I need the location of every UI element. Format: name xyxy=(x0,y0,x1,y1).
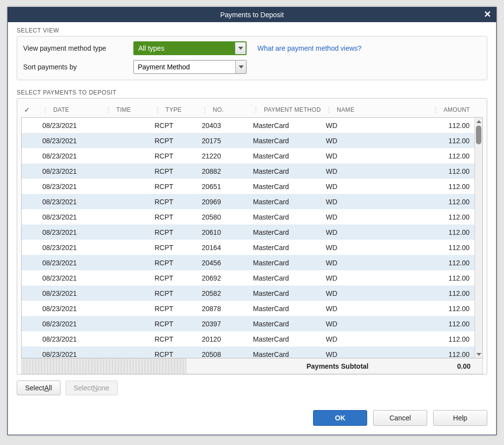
row-type: RCPT xyxy=(155,259,202,267)
row-no: 20120 xyxy=(202,335,253,343)
table-row[interactable]: 08/23/2021RCPT21220MasterCardWD112.00 xyxy=(22,148,482,163)
row-name: WD xyxy=(326,167,411,175)
col-amount[interactable]: ⋮AMOUNT xyxy=(411,106,483,114)
row-date: 08/23/2021 xyxy=(42,198,105,206)
table-row[interactable]: 08/23/2021RCPT20878MasterCardWD112.00 xyxy=(22,301,482,316)
row-date: 08/23/2021 xyxy=(42,152,105,160)
row-date: 08/23/2021 xyxy=(42,274,105,282)
row-type: RCPT xyxy=(155,350,202,358)
row-type: RCPT xyxy=(155,122,202,129)
row-payment-method: MasterCard xyxy=(253,259,326,267)
row-name: WD xyxy=(326,198,411,206)
row-name: WD xyxy=(326,289,411,297)
dialog-content: SELECT VIEW View payment method type All… xyxy=(8,22,496,403)
table-row[interactable]: 08/23/2021RCPT20882MasterCardWD112.00 xyxy=(22,163,482,179)
vertical-scrollbar[interactable] xyxy=(474,118,482,358)
row-type: RCPT xyxy=(155,152,202,160)
row-payment-method: MasterCard xyxy=(253,274,326,282)
row-type: RCPT xyxy=(155,274,202,282)
table-row[interactable]: 08/23/2021RCPT20969MasterCardWD112.00 xyxy=(22,194,482,209)
col-time[interactable]: ⋮TIME xyxy=(105,106,154,114)
table-row[interactable]: 08/23/2021RCPT20175MasterCardWD112.00 xyxy=(22,133,482,148)
row-payment-method: MasterCard xyxy=(253,198,326,206)
table-row[interactable]: 08/23/2021RCPT20651MasterCardWD112.00 xyxy=(22,179,482,194)
row-no: 20692 xyxy=(202,274,253,282)
help-button[interactable]: Help xyxy=(433,410,487,426)
row-no: 20582 xyxy=(202,289,253,297)
table-row[interactable]: 08/23/2021RCPT20397MasterCardWD112.00 xyxy=(22,316,482,331)
chevron-up-icon xyxy=(476,120,481,123)
view-method-dropdown[interactable]: All types xyxy=(133,41,247,55)
row-amount: 112.00 xyxy=(411,320,474,328)
row-amount: 112.00 xyxy=(411,122,474,129)
view-method-label: View payment method type xyxy=(23,44,126,52)
row-name: WD xyxy=(326,152,411,160)
row-type: RCPT xyxy=(155,244,202,252)
table-row[interactable]: 08/23/2021RCPT20508MasterCardWD112.00 xyxy=(22,347,482,358)
table-row[interactable]: 08/23/2021RCPT20582MasterCardWD112.00 xyxy=(22,286,482,301)
payment-method-views-link[interactable]: What are payment method views? xyxy=(257,44,362,52)
col-name[interactable]: ⋮NAME xyxy=(325,106,411,114)
chevron-down-icon xyxy=(476,353,481,356)
col-date[interactable]: ⋮DATE xyxy=(42,106,105,114)
chevron-down-icon xyxy=(235,61,246,73)
row-amount: 112.00 xyxy=(411,183,474,191)
col-payment-method[interactable]: ⋮PAYMENT METHOD xyxy=(252,106,325,114)
col-type[interactable]: ⋮TYPE xyxy=(154,106,201,114)
row-date: 08/23/2021 xyxy=(42,320,105,328)
row-date: 08/23/2021 xyxy=(42,183,105,191)
row-name: WD xyxy=(326,320,411,328)
payments-table-body[interactable]: 08/23/2021RCPT20403MasterCardWD112.0008/… xyxy=(22,118,482,358)
row-amount: 112.00 xyxy=(411,350,474,358)
scroll-down-button[interactable] xyxy=(475,350,482,358)
scroll-up-button[interactable] xyxy=(475,118,482,125)
row-no: 20969 xyxy=(202,198,253,206)
row-amount: 112.00 xyxy=(411,137,474,145)
table-row[interactable]: 08/23/2021RCPT20456MasterCardWD112.00 xyxy=(22,255,482,270)
row-name: WD xyxy=(326,137,411,145)
row-date: 08/23/2021 xyxy=(42,350,105,358)
row-name: WD xyxy=(326,274,411,282)
select-none-button[interactable]: Select None xyxy=(65,381,118,395)
titlebar: Payments to Deposit ✕ xyxy=(8,7,496,22)
table-row[interactable]: 08/23/2021RCPT20580MasterCardWD112.00 xyxy=(22,209,482,224)
payments-table-body-wrapper: 08/23/2021RCPT20403MasterCardWD112.0008/… xyxy=(21,117,483,358)
table-row[interactable]: 08/23/2021RCPT20164MasterCardWD112.00 xyxy=(22,240,482,255)
row-name: WD xyxy=(326,213,411,221)
close-icon: ✕ xyxy=(484,9,491,20)
ok-button[interactable]: OK xyxy=(313,410,367,426)
select-view-panel: View payment method type All types What … xyxy=(17,36,487,80)
table-row[interactable]: 08/23/2021RCPT20403MasterCardWD112.00 xyxy=(22,118,482,133)
sort-dropdown[interactable]: Payment Method xyxy=(133,60,247,74)
row-type: RCPT xyxy=(155,228,202,236)
table-row[interactable]: 08/23/2021RCPT20120MasterCardWD112.00 xyxy=(22,331,482,347)
scroll-thumb[interactable] xyxy=(476,126,481,144)
row-no: 20403 xyxy=(202,122,253,129)
row-payment-method: MasterCard xyxy=(253,183,326,191)
sort-value: Payment Method xyxy=(138,63,190,71)
col-no[interactable]: ⋮NO. xyxy=(201,106,252,114)
row-no: 20580 xyxy=(202,213,253,221)
row-date: 08/23/2021 xyxy=(42,335,105,343)
row-date: 08/23/2021 xyxy=(42,305,105,313)
checkmark-icon: ✓ xyxy=(24,106,30,114)
table-row[interactable]: 08/23/2021RCPT20610MasterCardWD112.00 xyxy=(22,224,482,240)
row-name: WD xyxy=(326,335,411,343)
cancel-button[interactable]: Cancel xyxy=(373,410,427,426)
row-payment-method: MasterCard xyxy=(253,122,326,129)
row-payment-method: MasterCard xyxy=(253,167,326,175)
close-button[interactable]: ✕ xyxy=(482,9,492,19)
row-type: RCPT xyxy=(155,320,202,328)
row-amount: 112.00 xyxy=(411,305,474,313)
row-payment-method: MasterCard xyxy=(253,228,326,236)
row-no: 21220 xyxy=(202,152,253,160)
subtotal-label: Payments Subtotal xyxy=(307,362,369,370)
row-amount: 112.00 xyxy=(411,289,474,297)
sort-label: Sort payments by xyxy=(23,63,126,71)
row-type: RCPT xyxy=(155,213,202,221)
table-row[interactable]: 08/23/2021RCPT20692MasterCardWD112.00 xyxy=(22,270,482,286)
select-all-button[interactable]: Select All xyxy=(17,381,61,395)
row-name: WD xyxy=(326,228,411,236)
col-check[interactable]: ✓ xyxy=(24,106,42,114)
row-amount: 112.00 xyxy=(411,335,474,343)
